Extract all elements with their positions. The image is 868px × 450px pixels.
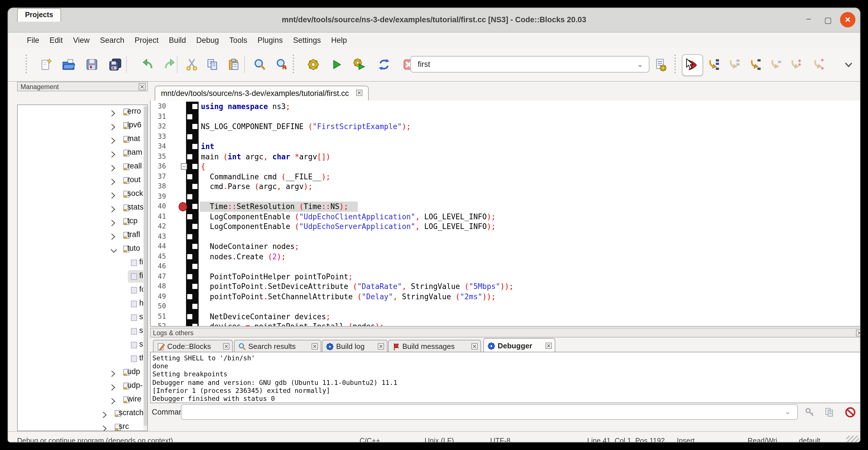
tree-item-fif[interactable]: fif (18, 256, 147, 270)
chevron-right-icon[interactable] (111, 163, 116, 170)
save-button[interactable] (85, 58, 99, 71)
log-tab-close-icon[interactable] (378, 343, 384, 350)
tree-item-wire[interactable]: wire (18, 393, 147, 407)
editor-margin[interactable] (186, 161, 198, 172)
tree-item-tcp[interactable]: tcp (18, 215, 147, 229)
code-line-48[interactable]: 48 pointToPoint.SetDeviceAttribute ("Dat… (151, 281, 860, 292)
replace-button[interactable]: R (275, 58, 289, 71)
tree-item-trafl[interactable]: trafl (18, 229, 147, 242)
code-line-38[interactable]: 38 cmd.Parse (argc, argv); (151, 182, 860, 191)
toolbar-gripper[interactable] (673, 55, 676, 74)
toolbar-gripper[interactable] (25, 55, 27, 74)
editor-margin[interactable] (186, 322, 198, 327)
editor-margin[interactable] (186, 202, 198, 212)
menu-settings[interactable]: Settings (293, 33, 321, 48)
chevron-down-icon[interactable] (111, 245, 116, 252)
menu-help[interactable]: Help (331, 33, 347, 48)
menu-debug[interactable]: Debug (196, 33, 219, 48)
tree-item-fo[interactable]: fo (18, 283, 147, 297)
rebuild-button[interactable] (377, 58, 391, 71)
open-file-button[interactable] (62, 58, 75, 71)
editor-margin[interactable] (186, 232, 198, 242)
toolbar-gripper[interactable] (291, 55, 294, 74)
editor-margin[interactable] (186, 182, 198, 191)
step-into-button[interactable] (748, 58, 762, 71)
code-line-46[interactable]: 46 (151, 262, 860, 272)
redo-button[interactable] (163, 58, 176, 71)
chevron-right-icon[interactable] (111, 150, 116, 156)
build-button[interactable] (306, 58, 320, 71)
code-line-51[interactable]: 51 NetDeviceContainer devices; (151, 311, 860, 322)
menu-edit[interactable]: Edit (50, 33, 63, 48)
menu-file[interactable]: File (27, 33, 39, 48)
step-into-instruction-button[interactable] (811, 58, 825, 71)
chevron-right-icon[interactable] (111, 177, 116, 183)
management-close-icon[interactable] (139, 83, 146, 90)
build-and-run-button[interactable] (353, 58, 366, 71)
editor-margin[interactable] (186, 292, 198, 302)
log-tab-build-messages[interactable]: Build messages (388, 340, 481, 352)
code-line-30[interactable]: 30using namespace ns3; (151, 102, 860, 112)
tree-item-sock[interactable]: sock (18, 187, 147, 201)
tree-item-nam[interactable]: nam (18, 146, 147, 160)
fold-marker[interactable]: – (181, 163, 187, 170)
code-line-40[interactable]: 40 Time::SetResolution (Time::NS); (151, 202, 860, 212)
menu-project[interactable]: Project (135, 33, 159, 48)
editor-margin[interactable] (186, 262, 198, 272)
run-button[interactable] (329, 58, 343, 71)
step-out-button[interactable] (769, 58, 782, 71)
breakpoint-marker[interactable] (179, 202, 187, 211)
code-editor[interactable]: 30using namespace ns3;3132NS_LOG_COMPONE… (150, 100, 860, 327)
tree-item-erro[interactable]: erro (18, 105, 147, 119)
debugger-log-output[interactable]: Setting SHELL to '/bin/sh'doneSetting br… (150, 352, 860, 403)
tree-item-reall[interactable]: reall (18, 160, 147, 174)
editor-margin[interactable] (186, 102, 198, 112)
code-line-43[interactable]: 43 (151, 232, 860, 242)
editor-margin[interactable] (186, 112, 198, 122)
build-target-combobox[interactable]: first ⌄ (410, 56, 649, 72)
code-line-36[interactable]: 36{ (151, 161, 860, 172)
chevron-right-icon[interactable] (111, 109, 116, 115)
editor-margin[interactable] (186, 152, 198, 161)
code-line-49[interactable]: 49 pointToPoint.SetChannelAttribute ("De… (151, 292, 860, 302)
tree-item-udp[interactable]: udp (18, 365, 147, 379)
run-to-cursor-button[interactable] (707, 58, 720, 71)
debug-toolbar-more-button[interactable] (842, 58, 856, 71)
log-tab-close-icon[interactable] (223, 343, 229, 350)
code-line-45[interactable]: 45 nodes.Create (2); (151, 251, 860, 262)
tab-projects[interactable]: Projects (17, 8, 61, 22)
code-line-44[interactable]: 44 NodeContainer nodes; (151, 242, 860, 251)
minimize-button[interactable]: – (802, 11, 815, 25)
next-instruction-button[interactable] (789, 58, 802, 71)
undo-button[interactable] (141, 58, 155, 71)
tree-scrollbar[interactable] (143, 105, 148, 430)
chevron-right-icon[interactable] (111, 122, 116, 128)
editor-margin[interactable] (186, 172, 198, 182)
code-line-52[interactable]: 52 devices = pointToPoint.Install (nodes… (151, 322, 860, 327)
attach-button[interactable] (803, 404, 817, 420)
editor-margin[interactable] (186, 281, 198, 292)
chevron-right-icon[interactable] (102, 410, 107, 416)
tree-item-he[interactable]: he (18, 297, 147, 311)
find-button[interactable] (253, 58, 267, 71)
chevron-right-icon[interactable] (111, 369, 116, 375)
target-options-button[interactable] (653, 58, 667, 71)
menu-view[interactable]: View (73, 33, 90, 48)
code-line-39[interactable]: 39 (151, 191, 860, 202)
chevron-right-icon[interactable] (111, 218, 116, 224)
log-tab-code-blocks[interactable]: Code::Blocks (153, 340, 233, 352)
new-file-button[interactable] (39, 58, 53, 71)
tree-item-se[interactable]: se (18, 324, 147, 338)
code-line-35[interactable]: 35main (int argc, char *argv[]) (151, 152, 860, 161)
maximize-button[interactable]: ▢ (821, 13, 835, 27)
chevron-right-icon[interactable] (111, 232, 116, 238)
tree-item-six[interactable]: six (18, 338, 147, 352)
tree-item-tuto[interactable]: tuto (18, 242, 147, 256)
editor-margin[interactable] (186, 212, 198, 221)
copy-log-button[interactable] (823, 404, 836, 420)
chevron-down-icon[interactable]: ⌄ (637, 60, 643, 68)
code-line-31[interactable]: 31 (151, 112, 860, 122)
tree-item-fir[interactable]: fir (18, 270, 147, 283)
menu-tools[interactable]: Tools (229, 33, 247, 48)
editor-margin[interactable] (186, 142, 198, 152)
